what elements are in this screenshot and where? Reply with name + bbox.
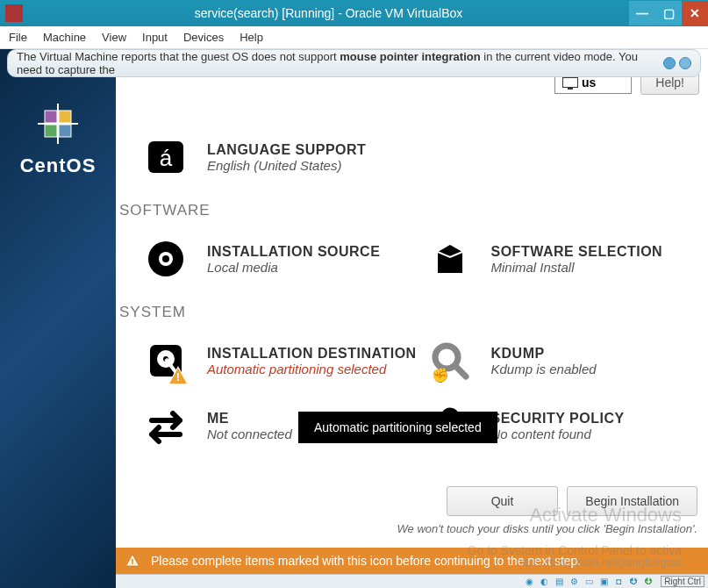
security-sub: No content found: [491, 427, 625, 441]
keyboard-icon: [562, 77, 578, 88]
network-icon: [140, 400, 191, 451]
virtualbox-icon: [5, 4, 23, 22]
notification-prefix: The Virtual Machine reports that the gue…: [17, 50, 340, 63]
kdump-item[interactable]: KDUMP Kdump is enabled: [425, 332, 709, 390]
install-source-title: INSTALLATION SOURCE: [207, 244, 380, 260]
content-area: The Virtual Machine reports that the gue…: [0, 49, 708, 588]
menu-view[interactable]: View: [102, 31, 126, 44]
software-sel-sub: Minimal Install: [491, 260, 663, 275]
vm-status-bar: ◉ ◐ ▤ ⚙ ▭ ▣ ◘ ⮋ ⮋ Right Ctrl: [116, 574, 708, 588]
svg-rect-1: [59, 111, 71, 123]
close-button[interactable]: ✕: [682, 1, 708, 25]
url-watermark: https://blog.csdn.net/jiangbeigiao: [516, 556, 682, 569]
status-key-icon[interactable]: ⮋: [642, 577, 654, 587]
svg-text:á: á: [160, 145, 173, 171]
software-sel-title: SOFTWARE SELECTION: [491, 244, 663, 260]
language-support-item[interactable]: á LANGUAGE SUPPORT English (United State…: [140, 128, 465, 186]
svg-rect-2: [45, 125, 57, 137]
vm-notification: The Virtual Machine reports that the gue…: [7, 49, 701, 77]
svg-point-8: [162, 255, 169, 262]
installer-sections: á LANGUAGE SUPPORT English (United State…: [116, 49, 708, 455]
language-icon: á: [140, 132, 191, 183]
status-net-icon[interactable]: ▤: [553, 577, 565, 587]
notification-close-icon[interactable]: [663, 57, 676, 69]
centos-logo-icon: [36, 102, 80, 146]
menu-machine[interactable]: Machine: [43, 31, 86, 44]
status-hd-icon[interactable]: ◐: [538, 577, 550, 587]
status-usb-icon[interactable]: ⚙: [568, 577, 580, 587]
sidebar: CentOS: [0, 49, 116, 588]
package-icon: [425, 233, 476, 284]
install-dest-sub: Automatic partitioning selected: [207, 362, 417, 376]
menu-input[interactable]: Input: [142, 31, 168, 44]
minimize-button[interactable]: —: [629, 1, 655, 25]
security-title: SECURITY POLICY: [491, 411, 625, 427]
install-dest-title: INSTALLATION DESTINATION: [207, 346, 417, 362]
maximize-button[interactable]: ▢: [655, 1, 682, 25]
status-disc-icon[interactable]: ◉: [523, 577, 535, 587]
menu-help[interactable]: Help: [240, 31, 263, 44]
language-sub: English (United States): [207, 158, 366, 173]
kdump-sub: Kdump is enabled: [491, 362, 597, 376]
status-mouse-icon[interactable]: ⮋: [627, 577, 640, 587]
menu-bar: File Machine View Input Devices Help: [0, 26, 708, 49]
installation-source-item[interactable]: INSTALLATION SOURCE Local media: [140, 230, 425, 288]
warning-icon: !: [125, 553, 140, 569]
install-source-sub: Local media: [207, 260, 380, 275]
activate-watermark: Activate Windows: [529, 504, 682, 527]
centos-brand: CentOS: [20, 154, 97, 177]
software-selection-item[interactable]: SOFTWARE SELECTION Minimal Install: [425, 230, 709, 288]
disc-icon: [140, 233, 191, 284]
installation-destination-item[interactable]: ! INSTALLATION DESTINATION Automatic par…: [140, 332, 425, 390]
notification-text: The Virtual Machine reports that the gue…: [17, 50, 663, 76]
window-title: service(search) [Running] - Oracle VM Vi…: [28, 6, 629, 20]
system-section-header: SYSTEM: [119, 304, 708, 321]
tooltip: Automatic partitioning selected: [298, 412, 497, 443]
svg-text:!: !: [132, 557, 134, 566]
status-display-icon[interactable]: ▣: [597, 577, 610, 587]
svg-rect-3: [59, 125, 71, 137]
software-section-header: SOFTWARE: [119, 202, 708, 219]
language-title: LANGUAGE SUPPORT: [207, 142, 366, 158]
notification-buttons: [663, 57, 691, 69]
window-buttons: — ▢ ✕: [629, 1, 708, 25]
menu-devices[interactable]: Devices: [183, 31, 224, 44]
notification-bold: mouse pointer integration: [340, 50, 480, 63]
host-key-indicator[interactable]: Right Ctrl: [661, 576, 704, 587]
warning-triangle-icon: !: [167, 365, 190, 388]
window-title-bar: service(search) [Running] - Oracle VM Vi…: [0, 0, 708, 26]
layout-label: us: [582, 75, 596, 90]
menu-file[interactable]: File: [9, 31, 27, 44]
notification-info-icon[interactable]: [679, 57, 691, 69]
installer-main: us Help! á LANGUAGE SUPPORT English (Uni…: [116, 49, 708, 588]
svg-text:!: !: [176, 370, 180, 384]
network-title: ME: [207, 411, 292, 427]
network-sub: Not connected: [207, 427, 292, 441]
status-shared-icon[interactable]: ▭: [583, 577, 595, 587]
kdump-title: KDUMP: [491, 346, 597, 362]
status-rec-icon[interactable]: ◘: [612, 577, 625, 587]
cursor-icon: ✊: [432, 367, 449, 384]
svg-rect-0: [45, 111, 57, 123]
